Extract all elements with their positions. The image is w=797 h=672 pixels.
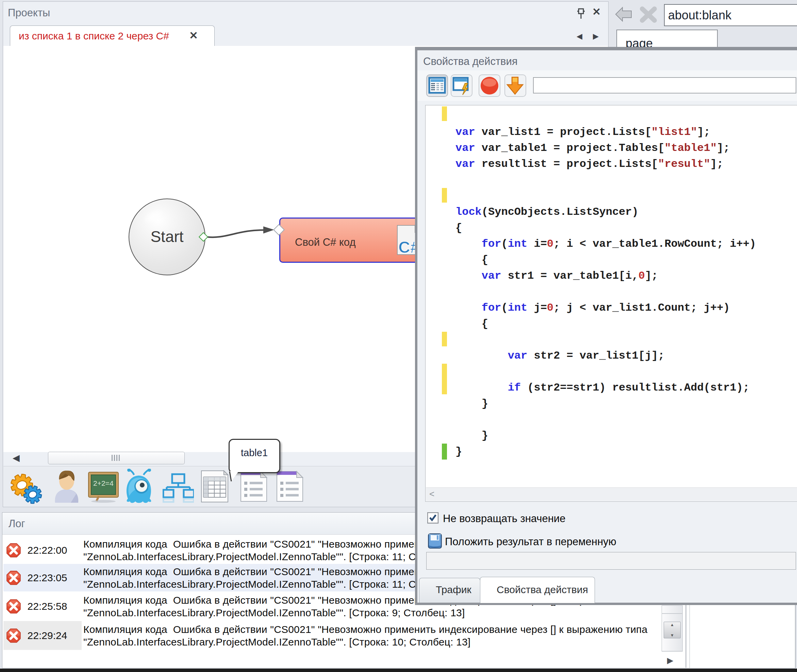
svg-text:2+2=4: 2+2=4 bbox=[93, 479, 114, 487]
